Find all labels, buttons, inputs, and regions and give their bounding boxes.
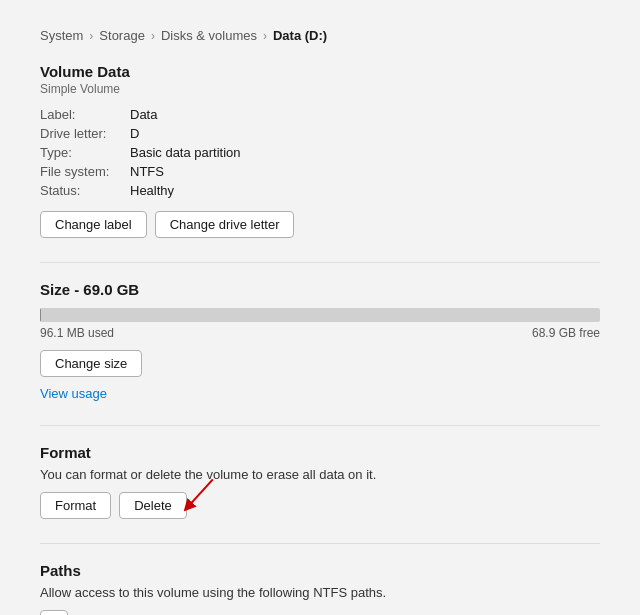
type-val: Basic data partition: [130, 144, 600, 161]
divider-1: [40, 262, 600, 263]
change-size-button[interactable]: Change size: [40, 350, 142, 377]
volume-subtitle: Simple Volume: [40, 82, 600, 96]
format-section: Format You can format or delete the volu…: [40, 444, 600, 519]
breadcrumb-disks[interactable]: Disks & volumes: [161, 28, 257, 43]
divider-3: [40, 543, 600, 544]
breadcrumb-sep-1: ›: [89, 29, 93, 43]
drive-letter-val: D: [130, 125, 600, 142]
file-system-val: NTFS: [130, 163, 600, 180]
size-labels: 96.1 MB used 68.9 GB free: [40, 326, 600, 340]
volume-buttons: Change label Change drive letter: [40, 211, 600, 238]
delete-button[interactable]: Delete: [119, 492, 187, 519]
volume-info-table: Label: Data Drive letter: D Type: Basic …: [40, 106, 600, 199]
format-buttons: Format Delete: [40, 492, 600, 519]
breadcrumb-sep-3: ›: [263, 29, 267, 43]
paths-description: Allow access to this volume using the fo…: [40, 585, 600, 600]
breadcrumb: System › Storage › Disks & volumes › Dat…: [40, 28, 600, 43]
change-drive-letter-button[interactable]: Change drive letter: [155, 211, 295, 238]
volume-title: Volume Data: [40, 63, 600, 80]
size-free-label: 68.9 GB free: [532, 326, 600, 340]
add-path-button[interactable]: +: [40, 610, 68, 615]
volume-section: Volume Data Simple Volume Label: Data Dr…: [40, 63, 600, 238]
format-button[interactable]: Format: [40, 492, 111, 519]
delete-button-container: Delete: [119, 492, 187, 519]
type-key: Type:: [40, 144, 130, 161]
size-used-label: 96.1 MB used: [40, 326, 114, 340]
paths-title: Paths: [40, 562, 600, 579]
format-title: Format: [40, 444, 600, 461]
breadcrumb-sep-2: ›: [151, 29, 155, 43]
size-section: Size - 69.0 GB 96.1 MB used 68.9 GB free…: [40, 281, 600, 401]
divider-2: [40, 425, 600, 426]
format-description: You can format or delete the volume to e…: [40, 467, 600, 482]
status-val: Healthy: [130, 182, 600, 199]
label-key: Label:: [40, 106, 130, 123]
paths-add-row: + Add: [40, 610, 600, 615]
label-val: Data: [130, 106, 600, 123]
view-usage-link[interactable]: View usage: [40, 386, 107, 401]
size-buttons: Change size: [40, 350, 600, 377]
breadcrumb-current: Data (D:): [273, 28, 327, 43]
breadcrumb-storage[interactable]: Storage: [99, 28, 145, 43]
size-bar-used: [40, 308, 41, 322]
file-system-key: File system:: [40, 163, 130, 180]
status-key: Status:: [40, 182, 130, 199]
paths-section: Paths Allow access to this volume using …: [40, 562, 600, 615]
svg-line-1: [188, 479, 213, 507]
size-title: Size - 69.0 GB: [40, 281, 600, 298]
change-label-button[interactable]: Change label: [40, 211, 147, 238]
drive-letter-key: Drive letter:: [40, 125, 130, 142]
breadcrumb-system[interactable]: System: [40, 28, 83, 43]
size-bar: [40, 308, 600, 322]
